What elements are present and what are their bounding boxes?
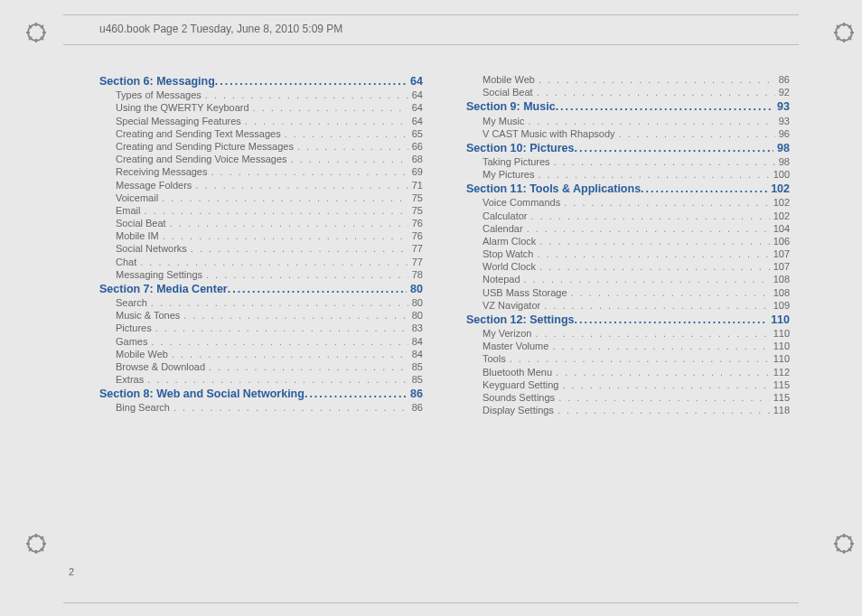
entry-title: Voice Commands xyxy=(483,197,564,208)
dot-leader xyxy=(285,128,408,139)
section-title: Section 12: Settings xyxy=(466,313,574,326)
entry-page: 77 xyxy=(408,243,423,254)
toc-entry: Music & Tones80 xyxy=(99,310,423,321)
section-title: Section 9: Music xyxy=(466,100,556,113)
toc-entry: Messaging Settings78 xyxy=(99,269,423,280)
entry-title: Voicemail xyxy=(116,192,162,203)
dot-leader xyxy=(531,210,770,221)
entry-page: 65 xyxy=(408,128,423,139)
entry-title: VZ Navigator xyxy=(483,300,544,311)
running-header: u460.book Page 2 Tuesday, June 8, 2010 5… xyxy=(63,15,799,44)
entry-title: Chat xyxy=(116,257,140,267)
entry-title: V CAST Music with Rhapsody xyxy=(483,128,619,139)
entry-page: 86 xyxy=(775,74,790,85)
toc-entry: Calendar104 xyxy=(466,223,790,234)
toc-entry: World Clock107 xyxy=(466,261,790,272)
entry-page: 109 xyxy=(770,300,790,311)
entry-page: 64 xyxy=(408,102,423,113)
entry-page: 104 xyxy=(770,223,790,234)
toc-entry: Creating and Sending Text Messages65 xyxy=(99,128,423,139)
section-title: Section 10: Pictures xyxy=(466,142,575,154)
toc-entry: Voicemail75 xyxy=(99,192,423,203)
dot-leader xyxy=(544,300,769,311)
entry-title: Special Messaging Features xyxy=(116,116,245,126)
entry-page: 102 xyxy=(770,197,790,208)
entry-title: Calendar xyxy=(483,223,527,234)
toc-entry: Social Beat92 xyxy=(466,87,790,98)
entry-page: 92 xyxy=(775,87,790,98)
entry-page: 115 xyxy=(770,392,790,403)
entry-page: 71 xyxy=(408,180,423,191)
dot-leader xyxy=(554,156,775,167)
toc-entry: Display Settings118 xyxy=(466,405,790,415)
dot-leader xyxy=(537,248,769,259)
entry-title: Search xyxy=(116,297,151,308)
entry-page: 98 xyxy=(775,156,790,167)
entry-page: 80 xyxy=(408,297,423,308)
dot-leader xyxy=(195,180,408,191)
dot-leader xyxy=(145,205,408,216)
binding-ornament-icon xyxy=(833,22,855,43)
page-number: 2 xyxy=(69,566,74,577)
toc-column-left: Section 6: Messaging64Types of Messages6… xyxy=(99,72,423,417)
dot-leader xyxy=(539,261,770,272)
toc-entry: Message Folders71 xyxy=(99,180,423,191)
toc-entry: Bing Search86 xyxy=(99,402,423,413)
entry-page: 100 xyxy=(770,169,790,180)
entry-page: 107 xyxy=(770,261,790,272)
entry-title: Messaging Settings xyxy=(116,269,206,280)
toc-entry: Tools110 xyxy=(466,353,790,364)
dot-leader xyxy=(297,141,408,152)
dot-leader xyxy=(575,142,774,154)
entry-title: My Music xyxy=(483,116,528,126)
dot-leader xyxy=(291,154,408,164)
entry-title: My Verizon xyxy=(483,328,535,339)
toc-entry: Keyguard Setting115 xyxy=(466,379,790,390)
section-page: 93 xyxy=(773,100,790,113)
entry-page: 85 xyxy=(408,361,423,372)
entry-page: 108 xyxy=(770,287,790,298)
entry-page: 75 xyxy=(408,205,423,216)
toc-entry: Types of Messages64 xyxy=(99,89,423,100)
toc-section-heading: Section 11: Tools & Applications102 xyxy=(466,182,790,195)
header-rule xyxy=(63,44,799,45)
entry-page: 69 xyxy=(408,166,423,177)
entry-title: Keyguard Setting xyxy=(483,379,562,390)
section-title: Section 7: Media Center xyxy=(99,283,228,295)
toc-entry: My Pictures100 xyxy=(466,169,790,180)
dot-leader xyxy=(172,349,408,359)
section-title: Section 6: Messaging xyxy=(99,75,215,88)
dot-leader xyxy=(151,297,408,308)
entry-page: 110 xyxy=(770,341,790,351)
entry-page: 85 xyxy=(408,374,423,385)
binding-ornament-icon xyxy=(833,533,855,555)
dot-leader xyxy=(558,392,770,403)
toc-column-right: Mobile Web86Social Beat92Section 9: Musi… xyxy=(466,72,790,417)
binding-ornament-icon xyxy=(25,533,47,555)
section-page: 102 xyxy=(767,182,790,195)
entry-title: Games xyxy=(116,336,151,347)
toc-entry: Notepad108 xyxy=(466,274,790,285)
toc-entry: Social Networks77 xyxy=(99,243,423,254)
toc-entry: Sounds Settings115 xyxy=(466,392,790,403)
entry-title: My Pictures xyxy=(483,169,538,180)
toc-section-heading: Section 12: Settings110 xyxy=(466,313,790,326)
toc-entry: Browse & Download85 xyxy=(99,361,423,372)
toc-entry: Creating and Sending Voice Messages68 xyxy=(99,154,423,164)
entry-title: Music & Tones xyxy=(116,310,183,321)
toc-entry: Receiving Messages69 xyxy=(99,166,423,177)
dot-leader xyxy=(619,128,775,139)
entry-title: Using the QWERTY Keyboard xyxy=(116,102,253,113)
entry-page: 102 xyxy=(770,210,790,221)
entry-page: 64 xyxy=(408,89,423,100)
toc-section-heading: Section 10: Pictures98 xyxy=(466,142,790,154)
dot-leader xyxy=(556,100,773,113)
entry-title: Taking Pictures xyxy=(483,156,554,167)
dot-leader xyxy=(562,379,769,390)
toc-section-heading: Section 6: Messaging64 xyxy=(99,75,423,88)
entry-page: 107 xyxy=(770,248,790,259)
dot-leader xyxy=(510,353,770,364)
entry-title: USB Mass Storage xyxy=(483,287,571,298)
entry-page: 75 xyxy=(408,192,423,203)
toc-entry: My Music93 xyxy=(466,116,790,126)
